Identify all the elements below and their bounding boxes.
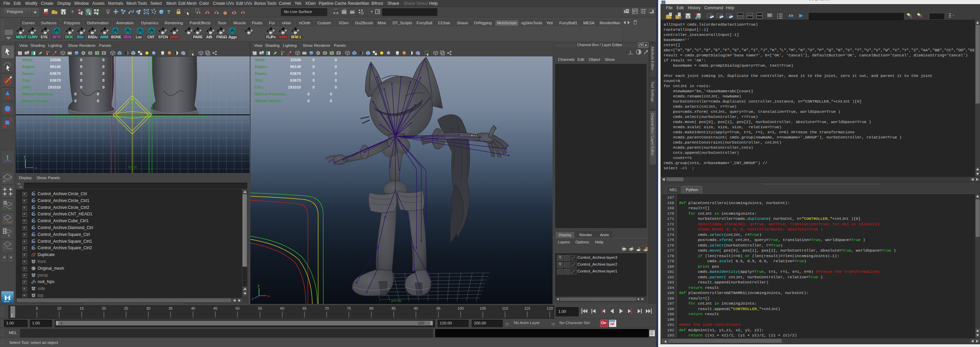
svg-text:0: 0 [102,65,105,69]
svg-text:0: 0 [75,99,76,103]
svg-text:Faces:: Faces: [255,72,267,76]
svg-text:63670: 63670 [50,78,61,83]
svg-text:80: 80 [369,306,374,310]
svg-text:191010: 191010 [48,85,61,89]
svg-text:0: 0 [313,58,315,62]
svg-text:30: 30 [146,306,150,310]
svg-text:0: 0 [97,92,99,96]
svg-text:63670: 63670 [290,78,301,83]
svg-text:32506: 32506 [50,58,61,62]
svg-text:120: 120 [547,306,553,310]
svg-text:0: 0 [313,65,315,69]
svg-text:0: 0 [80,85,82,89]
svg-text:Faces:: Faces: [22,72,35,76]
svg-text:75: 75 [347,306,351,310]
svg-text:UVs:: UVs: [22,85,31,89]
svg-text:3: 3 [777,17,778,19]
svg-text:y: y [258,283,260,288]
svg-text:UVs:: UVs: [255,85,264,89]
svg-text:50: 50 [235,306,240,310]
svg-text:0: 0 [313,72,315,76]
svg-text:Tris:: Tris: [22,78,30,83]
svg-text:0: 0 [335,78,337,83]
svg-text:0: 0 [97,99,99,103]
svg-text:persp: persp [391,298,401,302]
svg-text:0: 0 [102,78,105,83]
svg-text:IPR: IPR [350,11,354,14]
svg-text:0: 0 [335,65,337,69]
svg-text:60: 60 [280,306,284,310]
svg-text:0: 0 [335,85,337,89]
svg-text:5: 5 [36,306,38,310]
svg-text:0: 0 [102,58,105,62]
svg-text:Edges:: Edges: [22,65,35,69]
svg-text:Edges:: Edges: [255,65,268,69]
svg-text:85: 85 [391,306,396,310]
svg-text:96140: 96140 [50,65,61,69]
svg-text:40: 40 [191,306,195,310]
svg-text:MAYA: MAYA [4,301,9,302]
svg-text:front: front [128,165,137,169]
svg-text:0: 0 [75,92,76,96]
svg-text:10: 10 [57,306,61,310]
svg-text:15: 15 [80,306,84,310]
svg-text:70: 70 [325,306,329,310]
svg-text:T: T [103,52,105,55]
svg-text:Bifrost Voxels:: Bifrost Voxels: [22,99,49,103]
svg-text:0: 0 [335,58,337,62]
svg-text:x: x [35,166,37,170]
svg-text:0: 0 [330,92,332,96]
svg-text:105: 105 [480,306,486,310]
svg-text:Tris:: Tris: [255,78,263,83]
svg-text:T: T [337,52,340,55]
svg-text:20: 20 [102,306,106,310]
svg-text:y: y [24,154,26,158]
svg-text:0: 0 [80,78,82,83]
svg-text:Bifrost Voxels:: Bifrost Voxels: [255,99,282,103]
svg-text:0: 0 [307,99,310,103]
svg-text:32506: 32506 [290,58,301,62]
svg-text:25: 25 [124,306,128,310]
svg-text:95: 95 [436,306,441,310]
svg-text:Bifrost Particles:: Bifrost Particles: [255,92,286,96]
svg-text:x: x [267,294,270,298]
svg-text:z: z [252,296,254,301]
svg-text:0: 0 [313,78,315,83]
svg-text:0: 0 [80,72,82,76]
svg-text:45: 45 [213,306,217,310]
svg-text:1: 1 [11,313,13,317]
svg-text:0: 0 [102,72,105,76]
svg-text:55: 55 [258,306,262,310]
svg-text:0: 0 [335,72,337,76]
svg-text:191010: 191010 [288,85,301,89]
svg-text:Bifrost Particles:: Bifrost Particles: [22,92,54,96]
svg-text:0: 0 [307,92,310,96]
svg-text:0: 0 [330,99,332,103]
svg-text:0: 0 [313,85,315,89]
svg-text:65: 65 [302,306,307,310]
svg-text:35: 35 [169,306,173,310]
svg-text:0: 0 [102,85,105,89]
svg-text:90: 90 [414,306,418,310]
svg-text:Verts:: Verts: [255,58,266,62]
svg-text:63670: 63670 [50,72,61,76]
svg-text:63670: 63670 [290,72,301,76]
svg-text:0: 0 [80,65,82,69]
svg-text:Verts:: Verts: [22,58,33,62]
svg-text:?: ? [167,9,170,15]
svg-text:96140: 96140 [290,65,301,69]
svg-text:110: 110 [502,306,508,310]
svg-text:115: 115 [524,306,530,310]
svg-text:100: 100 [458,306,464,310]
svg-text:0: 0 [80,58,82,62]
